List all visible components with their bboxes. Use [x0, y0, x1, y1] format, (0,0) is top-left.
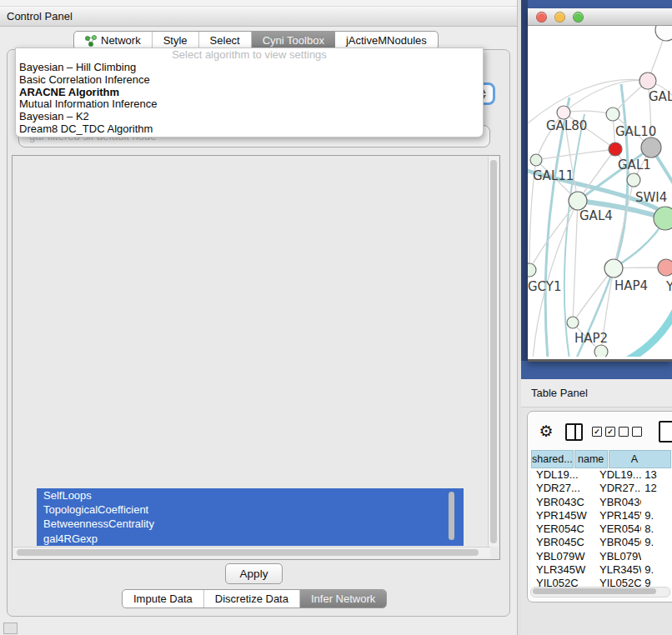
attribute-list-item[interactable]: SelfLoops — [37, 488, 464, 502]
column-header-name[interactable]: name — [574, 450, 608, 468]
table-cell: YBL079W — [531, 550, 593, 563]
table-cell: YBR045C — [531, 536, 593, 549]
table-row[interactable]: YBR043CYBR043C — [531, 496, 672, 509]
apply-button-label: Apply — [240, 568, 268, 580]
network-node-gal4[interactable] — [569, 192, 587, 210]
network-node-swi4[interactable] — [627, 173, 640, 187]
tab-label: jActiveMNodules — [346, 34, 427, 47]
network-node-gal-pink-top[interactable] — [639, 72, 656, 89]
table-cell: YBL079W — [593, 550, 641, 563]
vertical-scrollbar[interactable] — [488, 157, 499, 547]
network-edge[interactable] — [573, 268, 614, 322]
column-header-a[interactable]: A — [609, 450, 671, 468]
algorithm-option[interactable]: Bayesian – Hill Climbing — [16, 62, 483, 74]
network-node-bottom-green[interactable] — [594, 345, 608, 357]
data-attributes-list[interactable]: SelfLoopsTopologicalCoefficientBetweenne… — [37, 488, 464, 546]
tab-jactivemnodules[interactable]: jActiveMNodules — [335, 32, 438, 49]
deselect-all-columns-icon[interactable] — [619, 427, 645, 437]
table-row[interactable]: YIL052CYIL052C9 — [531, 577, 672, 587]
network-node-hap4[interactable] — [604, 259, 623, 278]
horizontal-scrollbar[interactable] — [13, 547, 490, 558]
algorithm-option[interactable]: ARACNE Algorithm — [16, 87, 483, 99]
tab-impute-data[interactable]: Impute Data — [123, 590, 204, 608]
algorithm-option[interactable]: Mutual Information Inference — [16, 98, 483, 111]
table-row[interactable]: YDL19...YDL19...13 — [531, 468, 672, 482]
table-cell: YBR043C — [593, 496, 641, 509]
tab-style[interactable]: Style — [153, 32, 199, 49]
node-label: GAL4 — [579, 208, 613, 223]
tab-infer-network[interactable]: Infer Network — [300, 590, 386, 608]
network-window-titlebar[interactable] — [528, 8, 672, 26]
tab-network[interactable]: Network — [74, 32, 153, 49]
select-all-columns-icon[interactable]: ✓✓ — [592, 427, 619, 437]
tab-label: Impute Data — [133, 592, 193, 605]
table-cell: 9. — [641, 509, 672, 522]
network-icon — [85, 35, 97, 47]
table-rows: YDL19...YDL19...13YDR27...YDR27...12YBR0… — [531, 468, 672, 587]
table-cell: YER054C — [531, 522, 593, 536]
table-cell: YPR145W — [531, 509, 593, 522]
table-cell: YIL052C — [531, 577, 593, 587]
network-node-gal80[interactable] — [557, 106, 570, 119]
table-row[interactable]: YDR27...YDR27...12 — [531, 482, 672, 495]
table-cell: YLR345W — [531, 563, 593, 577]
columns-icon[interactable] — [565, 423, 583, 441]
network-edge[interactable] — [564, 80, 648, 112]
apply-button[interactable]: Apply — [225, 563, 283, 584]
node-label: GAL — [649, 89, 672, 104]
table-cell: 9 — [641, 577, 672, 587]
node-table: shared...nameA YDL19...YDL19...13YDR27..… — [531, 450, 672, 587]
table-cell: 13 — [641, 468, 672, 482]
network-canvas[interactable]: GALGAL80GAL10GAL1GAL11SWI4GAL4GCY1HAP4YH… — [528, 26, 672, 357]
network-view-window: GALGAL80GAL10GAL1GAL11SWI4GAL4GCY1HAP4YH… — [528, 8, 672, 362]
table-row[interactable]: YLR345WYLR345W9. — [531, 563, 672, 577]
network-node-salmon-right[interactable] — [658, 259, 672, 276]
tab-cyni-toolbox[interactable]: Cyni Toolbox — [252, 32, 335, 49]
algorithm-option[interactable]: Bayesian – K2 — [16, 111, 483, 123]
tab-select[interactable]: Select — [199, 32, 252, 49]
table-row[interactable]: YBL079WYBL079W — [531, 550, 672, 563]
dropdown-items: Bayesian – Hill ClimbingBasic Correlatio… — [16, 62, 483, 136]
zoom-traffic-light-icon[interactable] — [573, 12, 584, 22]
table-horizontal-scrollbar[interactable] — [530, 587, 670, 598]
tab-label: Cyni Toolbox — [263, 34, 324, 47]
network-node-top-white[interactable] — [655, 26, 672, 41]
list-scrollbar-thumb[interactable] — [449, 492, 454, 540]
attribute-list-item[interactable]: BetweennessCentrality — [37, 517, 464, 531]
panel-title: Control Panel — [7, 10, 73, 22]
network-node-hap2[interactable] — [567, 317, 579, 328]
table-cell: YDR27... — [593, 482, 641, 495]
table-row[interactable]: YER054CYER054C8. — [531, 522, 672, 536]
close-traffic-light-icon[interactable] — [536, 12, 547, 22]
table-cell: YER054C — [593, 522, 641, 536]
algorithm-option[interactable]: Basic Correlation Inference — [16, 74, 483, 87]
table-cell: YBR043C — [531, 496, 593, 509]
gear-icon[interactable]: ⚙ — [538, 422, 554, 440]
dropdown-placeholder: Select algorithm to view settings — [16, 48, 483, 62]
network-node-gal11[interactable] — [530, 154, 542, 166]
table-cell: YIL052C — [593, 577, 641, 587]
resize-grip[interactable] — [3, 622, 18, 634]
column-header-shared[interactable]: shared... — [531, 450, 574, 468]
network-node-green-right[interactable] — [654, 207, 672, 230]
network-edge[interactable] — [626, 306, 672, 357]
node-label: GAL80 — [546, 118, 587, 133]
attribute-list-item[interactable]: gal4RGexp — [37, 532, 464, 546]
table-row[interactable]: YBR045CYBR045C9. — [531, 536, 672, 549]
network-edge[interactable] — [564, 111, 613, 114]
network-node-gray-hub[interactable] — [641, 138, 661, 158]
minimize-traffic-light-icon[interactable] — [554, 12, 565, 22]
table-row[interactable]: YPR145WYPR145W9. — [531, 509, 672, 522]
network-node-gal1[interactable] — [609, 142, 622, 156]
network-node-gcy1[interactable] — [528, 263, 536, 277]
network-edge[interactable] — [573, 201, 578, 322]
tab-label: Infer Network — [311, 592, 375, 605]
tab-discretize-data[interactable]: Discretize Data — [204, 590, 300, 608]
algorithm-option[interactable]: Dream8 DC_TDC Algorithm — [16, 123, 483, 136]
document-icon[interactable] — [659, 421, 672, 442]
table-cell — [641, 496, 672, 509]
node-label: GAL10 — [615, 124, 656, 139]
attribute-list-item[interactable]: TopologicalCoefficient — [37, 502, 464, 517]
network-node-gal10[interactable] — [606, 108, 619, 121]
tab-label: Network — [101, 34, 141, 47]
